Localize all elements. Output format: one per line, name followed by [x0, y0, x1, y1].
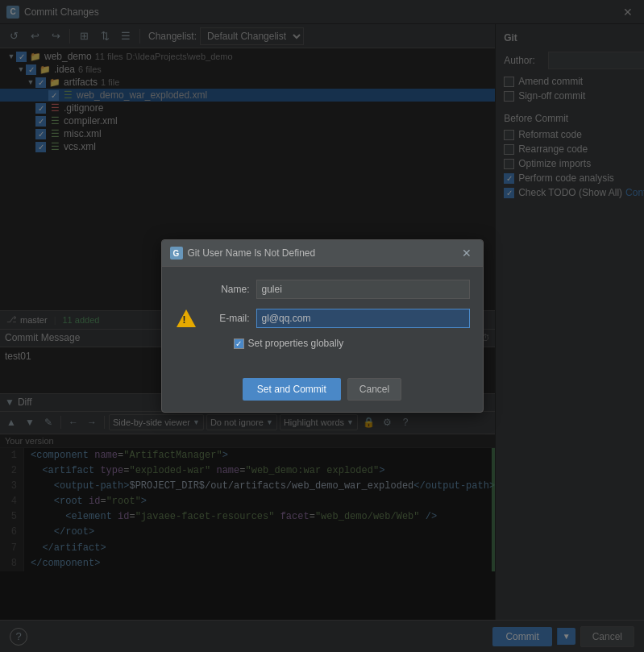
set-globally-label: Set properties globally — [248, 338, 344, 349]
modal-name-row: Name: — [175, 280, 470, 299]
modal-overlay: G Git User Name Is Not Defined ✕ Name: E… — [0, 0, 644, 652]
email-input[interactable] — [256, 309, 470, 328]
warning-triangle — [177, 309, 196, 327]
modal-email-row: E-mail: — [175, 307, 470, 330]
email-label: E-mail: — [197, 313, 250, 324]
modal-body: Name: E-mail: ✓ Set properties globally — [162, 267, 483, 372]
modal-icon: G — [170, 247, 183, 260]
modal-close-button[interactable]: ✕ — [459, 245, 475, 261]
name-label: Name: — [197, 284, 250, 295]
modal-checkbox-row: ✓ Set properties globally — [234, 338, 470, 349]
set-and-commit-button[interactable]: Set and Commit — [243, 378, 341, 401]
modal-cancel-button[interactable]: Cancel — [347, 378, 401, 401]
modal-title: Git User Name Is Not Defined — [188, 247, 459, 259]
modal-title-bar: G Git User Name Is Not Defined ✕ — [162, 240, 483, 267]
warning-icon — [175, 307, 197, 330]
name-input[interactable] — [256, 280, 470, 299]
modal-dialog: G Git User Name Is Not Defined ✕ Name: E… — [161, 239, 484, 413]
set-globally-checkbox[interactable]: ✓ — [234, 338, 244, 349]
modal-footer: Set and Commit Cancel — [162, 372, 483, 412]
